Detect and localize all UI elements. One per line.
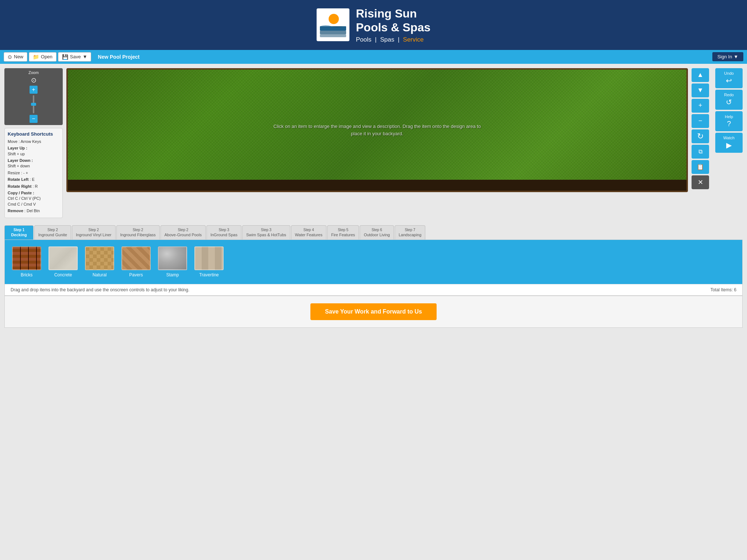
item-card-travertine[interactable]: Travertine [194,246,224,277]
step-num: Step 3 [210,228,237,232]
zoom-plus-button[interactable]: + [30,86,38,94]
signin-button[interactable]: Sign In ▼ [712,52,743,61]
step-tab-7[interactable]: Step 4Water Features [291,225,326,239]
zoom-out-button[interactable]: − [692,114,709,128]
step-num: Step 3 [246,228,286,232]
zoom-minus-button[interactable]: − [30,115,38,123]
shortcut-layer-down: Layer Down : Shift + down [8,158,59,169]
svg-rect-3 [320,31,346,34]
step-tab-3[interactable]: Step 2Inground Fiberglass [116,225,160,239]
steps-navigation: Step 1DeckingStep 2Inground GuniteStep 2… [0,222,747,239]
zoom-in-button[interactable]: + [692,99,709,113]
step-tab-0[interactable]: Step 1Decking [4,225,34,239]
save-button[interactable]: 💾 Save ▼ [58,52,92,62]
zoom-control: Zoom ⊙ + − [4,68,63,125]
copy-button[interactable]: ⧉ [692,145,709,159]
new-button[interactable]: ⊙ New [4,52,27,62]
step-num: Step 2 [165,228,202,232]
step-tab-5[interactable]: Step 3InGround Spas [206,225,241,239]
items-total: Total Items: 6 [711,287,736,292]
main-area: Zoom ⊙ + − Keyboard Shortcuts Move : Arr… [0,64,747,223]
step-tab-8[interactable]: Step 5Fire Features [327,225,359,239]
item-thumb-natural [85,246,114,270]
step-name: Fire Features [331,232,355,237]
tagline-pools: Pools [356,36,372,43]
watch-label: Watch [723,136,735,140]
items-panel: Bricks Concrete Natural Pavers Stamp Tra… [4,240,743,296]
delete-button[interactable]: ✕ [692,175,709,189]
watch-button[interactable]: Watch ▶ [715,133,743,153]
svg-rect-4 [320,34,346,37]
canvas-container: Click on an item to enlarge the image an… [66,68,688,218]
move-down-button[interactable]: ▼ [692,83,709,97]
shortcut-move: Move : Arrow Keys [8,139,59,144]
left-panel: Zoom ⊙ + − Keyboard Shortcuts Move : Arr… [4,68,63,218]
save-label: Save [70,54,81,59]
redo-label: Redo [724,93,734,97]
save-icon: 💾 [62,54,68,60]
open-button[interactable]: 📁 Open [29,52,57,62]
new-icon: ⊙ [8,54,12,60]
paste-button[interactable]: 📋 [692,160,709,174]
item-label-bricks: Bricks [21,272,33,277]
item-thumb-pavers [121,246,151,270]
step-num: Step 5 [331,228,355,232]
step-name: Decking [8,232,30,237]
item-card-pavers[interactable]: Pavers [121,246,151,277]
item-card-concrete[interactable]: Concrete [49,246,78,277]
right-toolbar: ▲ ▼ + − ↻ ⧉ 📋 ✕ [692,68,712,218]
item-card-natural[interactable]: Natural [85,246,114,277]
item-thumb-stamp [158,246,187,270]
rotate-button[interactable]: ↻ [692,129,709,143]
step-name: Inground Fiberglass [120,232,156,237]
project-title: New Pool Project [98,54,139,60]
undo-label: Undo [724,71,734,75]
items-footer: Drag and drop items into the backyard an… [5,284,742,295]
zoom-icon: ⊙ [31,76,36,84]
tagline-service: Service [403,36,424,43]
step-name: Inground Gunite [38,232,67,237]
item-label-pavers: Pavers [129,272,143,277]
items-grid: Bricks Concrete Natural Pavers Stamp Tra… [5,240,742,284]
shortcut-resize: Resize : - + [8,170,59,176]
step-name: Inground Vinyl Liner [76,232,112,237]
help-button[interactable]: Help ? [715,111,743,131]
step-num: Step 6 [364,228,390,232]
design-canvas[interactable]: Click on an item to enlarge the image an… [66,68,688,192]
tagline-spas: Spas [380,36,394,43]
svg-point-1 [329,14,339,24]
save-dropdown-icon[interactable]: ▼ [82,54,87,59]
logo-text: Rising Sun Pools & Spas Pools | Spas | S… [356,7,431,43]
undo-button[interactable]: Undo ↩ [715,68,743,88]
logo-container: Rising Sun Pools & Spas Pools | Spas | S… [317,7,431,43]
item-card-stamp[interactable]: Stamp [158,246,187,277]
step-tab-10[interactable]: Step 7Landscaping [395,225,425,239]
zoom-thumb[interactable] [31,103,36,106]
save-forward-label: Save Your Work and Forward to Us [325,308,422,315]
step-name: Water Features [295,232,322,237]
company-logo [317,8,349,41]
item-card-bricks[interactable]: Bricks [12,246,41,277]
step-num: Step 1 [8,228,30,232]
toolbar: ⊙ New 📁 Open 💾 Save ▼ New Pool Project S… [0,50,747,64]
step-tab-2[interactable]: Step 2Inground Vinyl Liner [72,225,116,239]
help-icon: ? [727,120,731,128]
item-label-concrete: Concrete [54,272,72,277]
item-thumb-concrete [49,246,78,270]
move-up-button[interactable]: ▲ [692,68,709,82]
step-tab-9[interactable]: Step 6Outdoor Living [360,225,394,239]
step-num: Step 7 [399,228,421,232]
step-num: Step 2 [76,228,112,232]
step-name: Above-Ground Pools [165,232,202,237]
redo-icon: ↺ [726,98,732,106]
step-tab-6[interactable]: Step 3Swim Spas & HotTubs [242,225,290,239]
step-name: Landscaping [399,232,421,237]
item-thumb-travertine [194,246,224,270]
redo-button[interactable]: Redo ↺ [715,90,743,110]
open-label: Open [41,54,53,59]
far-right-panel: Undo ↩ Redo ↺ Help ? Watch ▶ [715,68,743,218]
shortcut-remove: Remove : Del Btn [8,208,59,214]
save-forward-button[interactable]: Save Your Work and Forward to Us [310,303,437,320]
step-tab-1[interactable]: Step 2Inground Gunite [34,225,71,239]
step-tab-4[interactable]: Step 2Above-Ground Pools [160,225,206,239]
